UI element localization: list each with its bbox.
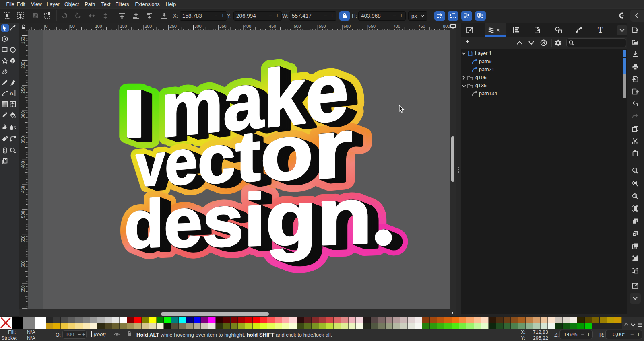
svg-text:350: 350 [21, 136, 25, 143]
svg-text:450: 450 [269, 24, 276, 29]
svg-text:50: 50 [70, 24, 75, 29]
svg-text:600: 600 [21, 260, 25, 267]
svg-text:500: 500 [21, 211, 25, 218]
svg-text:200: 200 [21, 62, 25, 69]
svg-text:800: 800 [443, 24, 450, 29]
svg-text:200: 200 [145, 24, 152, 29]
svg-text:300: 300 [21, 111, 25, 119]
svg-text:250: 250 [21, 86, 25, 94]
svg-text:400: 400 [244, 24, 252, 29]
svg-text:150: 150 [120, 24, 127, 29]
svg-text:150: 150 [21, 37, 25, 44]
svg-text:550: 550 [319, 24, 326, 29]
svg-text:400: 400 [21, 161, 25, 168]
svg-text:250: 250 [169, 24, 177, 29]
svg-text:550: 550 [21, 235, 25, 242]
svg-text:650: 650 [21, 285, 25, 292]
svg-text:500: 500 [294, 24, 301, 29]
svg-text:650: 650 [368, 24, 376, 29]
svg-text:A: A [10, 90, 14, 97]
svg-text:0: 0 [45, 24, 48, 29]
svg-text:700: 700 [393, 24, 400, 29]
svg-text:750: 750 [418, 24, 425, 29]
svg-text:100: 100 [95, 24, 102, 29]
svg-text:450: 450 [21, 186, 25, 193]
svg-text:300: 300 [194, 24, 202, 29]
svg-text:600: 600 [344, 24, 351, 29]
svg-text:350: 350 [219, 24, 227, 29]
